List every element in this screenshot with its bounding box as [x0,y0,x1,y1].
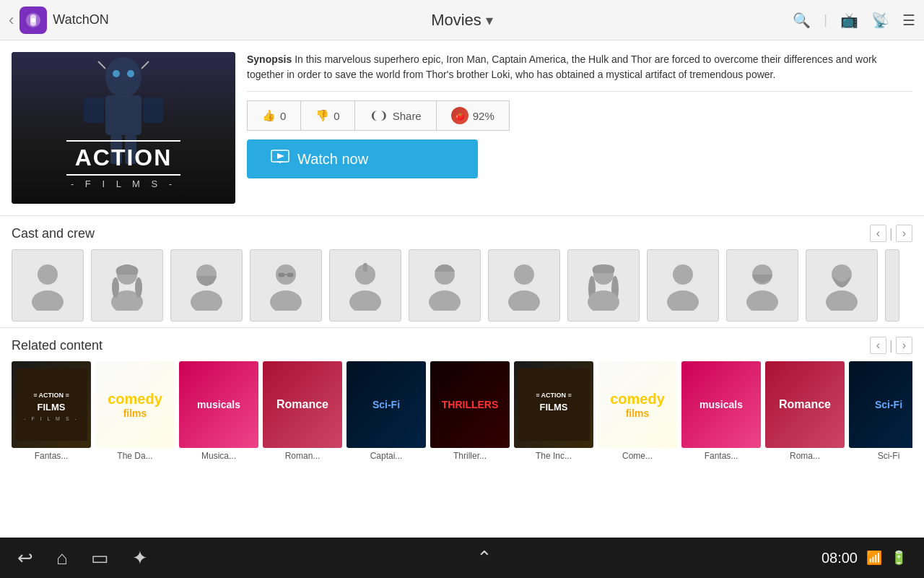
svg-text:≡ ACTION ≡: ≡ ACTION ≡ [536,392,572,399]
related-item-label: Fantas... [12,451,91,461]
info-panel: Synopsis In this marvelous superhero epi… [247,52,912,204]
related-item[interactable]: Romance Roman... [263,361,342,461]
svg-point-41 [667,290,699,311]
svg-text:- F I L M S -: - F I L M S - [24,416,79,421]
back-nav-icon[interactable]: ↩ [17,547,33,569]
related-thumb-romance: Romance [263,361,342,448]
related-section-title: Related content [12,338,103,353]
svg-point-2 [105,57,141,98]
related-item[interactable]: musicals Musica... [179,361,258,461]
dislike-button[interactable]: 👎 0 [300,100,354,131]
person-icon [26,260,69,311]
person-icon [661,260,705,311]
person-icon [185,260,228,311]
section-dropdown-button[interactable]: ▾ [486,12,493,29]
related-section: Related content ‹ | › ≡ ACTION ≡ FILMS -… [0,328,924,467]
cast-item[interactable] [250,249,322,322]
svg-point-1 [31,18,35,22]
svg-rect-30 [363,263,367,272]
top-bar: ‹ WatchON Movies ▾ 🔍 | 📺 📡 ☰ [0,0,924,40]
share-icon: ❨❩ [370,109,388,122]
share-button[interactable]: ❨❩ Share [354,100,436,131]
related-item[interactable]: ≡ ACTION ≡ FILMS The Inc... [514,361,593,461]
cast-nav-separator: | [889,226,893,241]
svg-line-10 [98,61,105,69]
cast-list [12,249,912,322]
synopsis-label: Synopsis [247,53,292,65]
svg-point-20 [112,277,119,298]
svg-point-21 [135,277,142,298]
like-count: 0 [280,110,286,122]
person-icon [820,260,863,311]
menu-icon[interactable]: ☰ [902,12,915,29]
related-item-label: Come... [598,451,677,461]
recent-apps-icon[interactable]: ▭ [91,547,109,569]
cast-item[interactable] [488,249,560,322]
cast-item[interactable] [806,249,878,322]
home-icon[interactable]: ⌂ [56,547,68,569]
related-item[interactable]: musicals Fantas... [681,361,761,461]
section-title-label: Movies [431,11,481,30]
tv-play-icon [270,150,290,164]
content-area: ACTION - F I L M S - Synopsis In this ma… [0,40,924,538]
svg-line-11 [141,61,149,69]
cast-item[interactable] [329,249,401,322]
score-value: 92% [473,110,494,122]
related-item[interactable]: comedy films The Da... [95,361,175,461]
related-thumb-action: ≡ ACTION ≡ FILMS - F I L M S - [12,361,91,448]
svg-rect-26 [287,273,293,277]
related-item[interactable]: Sci-Fi Captai... [346,361,426,461]
search-icon[interactable]: 🔍 [793,12,811,29]
cast-section-header: Cast and crew ‹ | › [12,225,912,242]
svg-text:FILMS: FILMS [540,402,568,413]
svg-point-8 [113,70,120,77]
cast-item[interactable] [726,249,798,322]
related-item[interactable]: THRILLERS Thriller... [430,361,510,461]
cast-item[interactable] [12,249,84,322]
cast-next-button[interactable]: › [896,225,912,242]
cast-item[interactable] [91,249,163,322]
remote-icon[interactable]: 📡 [871,12,889,29]
related-item-label: Musica... [179,451,258,461]
like-button[interactable]: 👍 0 [247,100,300,131]
svg-rect-25 [279,273,284,277]
synopsis-text: Synopsis In this marvelous superhero epi… [247,52,912,92]
cast-item[interactable] [170,249,243,322]
cast-prev-button[interactable]: ‹ [870,225,886,242]
cast-item[interactable] [567,249,640,322]
score-button[interactable]: 🍅 92% [436,100,510,131]
related-item-label: Roman... [263,451,342,461]
related-item[interactable]: ≡ ACTION ≡ FILMS - F I L M S - Fantas... [12,361,91,461]
clock-display: 08:00 [821,550,858,566]
watch-now-button[interactable]: Watch now [247,139,478,178]
tv-guide-icon[interactable]: 📺 [840,12,858,29]
app-icon [19,7,47,34]
svg-point-31 [349,290,381,311]
cast-item[interactable] [647,249,719,322]
related-item[interactable]: Romance Roma... [765,361,845,461]
back-button[interactable]: ‹ [9,11,14,30]
screenshot-icon[interactable]: ✦ [132,547,148,569]
related-item-label: Fantas... [681,451,761,461]
svg-point-43 [746,290,778,311]
cast-section: Cast and crew ‹ | › [0,216,924,328]
svg-rect-3 [105,95,141,135]
rating-row: 👍 0 👎 0 ❨❩ Share 🍅 92% [247,100,912,131]
person-icon [582,260,625,311]
related-nav-buttons: ‹ | › [870,337,912,354]
related-section-header: Related content ‹ | › [12,337,912,354]
watch-now-icon [270,150,290,168]
related-item[interactable]: Sci-Fi Sci-Fi [849,361,912,461]
related-thumb-comedy: comedy films [95,361,175,448]
chevron-up-icon[interactable]: ⌃ [476,547,492,569]
related-list: ≡ ACTION ≡ FILMS - F I L M S - Fantas...… [12,361,912,461]
related-prev-button[interactable]: ‹ [870,337,886,354]
svg-point-33 [429,290,461,311]
related-item[interactable]: comedy films Come... [598,361,677,461]
related-thumb-action2: ≡ ACTION ≡ FILMS [514,361,593,448]
related-next-button[interactable]: › [896,337,912,354]
bottom-nav-center: ⌃ [476,547,492,569]
cast-item[interactable] [409,249,481,322]
bottom-bar: ↩ ⌂ ▭ ✦ ⌃ 08:00 📶 🔋 [0,538,924,578]
svg-point-40 [673,264,693,285]
